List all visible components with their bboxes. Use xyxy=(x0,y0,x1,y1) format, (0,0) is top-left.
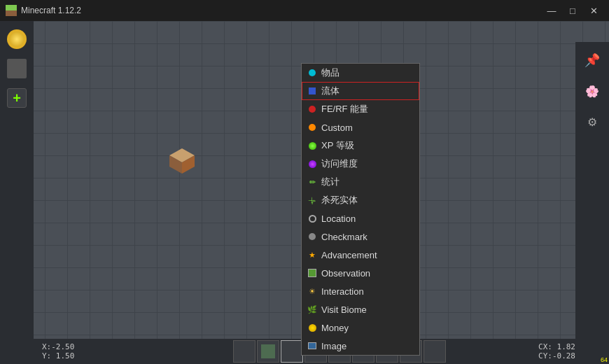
menu-item-observation[interactable]: Observation xyxy=(302,264,419,282)
cube-svg xyxy=(168,147,196,175)
interaction-icon: ☀ xyxy=(307,286,317,296)
hotbar-item-icon xyxy=(261,344,275,358)
menu-item-shasi-label: 杀死实体 xyxy=(321,194,358,206)
tongji-icon: ✏ xyxy=(307,177,317,187)
menu-item-liuti-label: 流体 xyxy=(321,85,340,97)
observation-icon xyxy=(307,268,317,278)
sidebar-square-icon[interactable] xyxy=(4,56,29,81)
coords-left: X:-2.50 Y: 1.50 xyxy=(0,342,140,360)
coin-icon xyxy=(7,29,27,49)
hotbar-slot-3[interactable]: 64 xyxy=(281,340,303,363)
menu-item-fangwen[interactable]: 访问维度 xyxy=(302,155,419,173)
svg-rect-1 xyxy=(6,10,17,16)
title-bar-left: Minecraft 1.12.2 xyxy=(6,5,81,16)
menu-item-advancement-label: Advancement xyxy=(321,250,377,260)
sidebar-coin-icon[interactable] xyxy=(4,27,29,52)
menu-item-interaction[interactable]: ☀ Interaction xyxy=(302,282,419,300)
game-area: + 物品 流体 FE/RF 能量 xyxy=(0,21,609,364)
dropdown-menu: 物品 流体 FE/RF 能量 Custom XP 等级 访问维度 ✏ xyxy=(301,63,420,356)
title-bar-buttons: — □ ✕ xyxy=(542,3,603,18)
menu-item-money[interactable]: Money xyxy=(302,318,419,337)
visit-biome-icon: 🌿 xyxy=(307,304,317,314)
image-icon xyxy=(307,341,317,351)
menu-item-xp[interactable]: XP 等级 xyxy=(302,136,419,155)
liuti-icon xyxy=(307,86,317,96)
menu-item-interaction-label: Interaction xyxy=(321,286,364,297)
menu-item-checkmark-label: Checkmark xyxy=(321,232,368,242)
fangwen-icon xyxy=(307,159,317,169)
menu-item-image[interactable]: Image xyxy=(302,337,419,355)
checkmark-icon xyxy=(307,232,317,241)
x-coord: X:-2.50 Y: 1.50 xyxy=(39,342,140,360)
coords-right: CX: 1.82 CY:-0.28 xyxy=(538,342,609,360)
menu-item-custom-label: Custom xyxy=(321,122,353,133)
menu-item-fangwen-label: 访问维度 xyxy=(321,158,358,170)
ferf-icon xyxy=(307,104,317,114)
xp-icon xyxy=(307,141,317,150)
pin-button[interactable]: 📌 xyxy=(580,48,605,73)
menu-item-shasi[interactable]: ⚔ 杀死实体 xyxy=(302,191,419,209)
menu-item-ferf-label: FE/RF 能量 xyxy=(321,103,368,115)
menu-item-checkmark[interactable]: Checkmark xyxy=(302,227,419,246)
menu-item-xp-label: XP 等级 xyxy=(321,139,354,152)
square-icon xyxy=(7,59,27,78)
menu-item-tongji-label: 统计 xyxy=(321,176,340,188)
menu-item-observation-label: Observation xyxy=(321,268,370,279)
menu-item-image-label: Image xyxy=(321,341,346,351)
menu-item-advancement[interactable]: ★ Advancement xyxy=(302,246,419,264)
menu-item-tongji[interactable]: ✏ 统计 xyxy=(302,173,419,191)
menu-item-visit-biome[interactable]: 🌿 Visit Biome xyxy=(302,300,419,318)
left-sidebar: + xyxy=(0,21,34,364)
shasi-icon: ⚔ xyxy=(307,195,317,205)
wupin-icon xyxy=(307,68,317,78)
menu-item-location-label: Location xyxy=(321,214,356,224)
menu-item-money-label: Money xyxy=(321,323,349,333)
money-icon xyxy=(307,323,317,332)
hotbar-slot-1[interactable] xyxy=(233,340,255,363)
pin-icon: 📌 xyxy=(584,52,600,68)
svg-rect-5 xyxy=(261,344,275,358)
menu-item-ferf[interactable]: FE/RF 能量 xyxy=(302,100,419,118)
custom-icon xyxy=(307,122,317,132)
hotbar-slot-2[interactable] xyxy=(257,340,279,363)
plus-icon: + xyxy=(7,88,27,108)
game-cube xyxy=(168,147,196,175)
menu-item-wupin-label: 物品 xyxy=(321,66,340,79)
maximize-button[interactable]: □ xyxy=(563,3,582,18)
advancement-icon: ★ xyxy=(307,250,317,260)
hotbar-slot-9[interactable] xyxy=(424,340,446,363)
menu-item-wupin[interactable]: 物品 xyxy=(302,64,419,82)
title-bar: Minecraft 1.12.2 — □ ✕ xyxy=(0,0,609,21)
gear-icon: ⚙ xyxy=(587,115,597,129)
menu-item-custom[interactable]: Custom xyxy=(302,118,419,136)
right-sidebar: 📌 🌸 ⚙ xyxy=(575,42,609,364)
flower-icon: 🌸 xyxy=(585,85,599,98)
flower-button[interactable]: 🌸 xyxy=(580,78,605,104)
window-title: Minecraft 1.12.2 xyxy=(21,6,81,15)
menu-item-visit-biome-label: Visit Biome xyxy=(321,304,367,315)
sidebar-add-button[interactable]: + xyxy=(4,85,29,111)
gear-button[interactable]: ⚙ xyxy=(580,109,605,134)
menu-item-location[interactable]: Location xyxy=(302,209,419,227)
minimize-button[interactable]: — xyxy=(542,3,561,18)
svg-rect-0 xyxy=(6,5,17,10)
app-icon xyxy=(6,5,17,16)
location-icon xyxy=(307,214,317,223)
close-button[interactable]: ✕ xyxy=(584,3,603,18)
menu-item-liuti[interactable]: 流体 xyxy=(302,82,419,100)
